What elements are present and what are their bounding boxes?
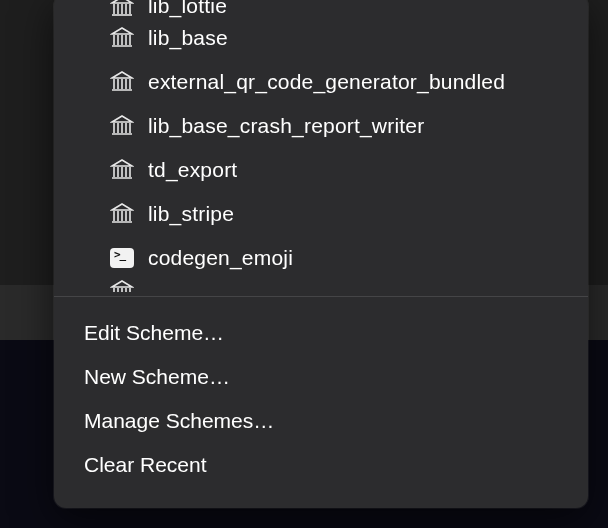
library-icon bbox=[110, 203, 134, 225]
scheme-item[interactable]: td_export bbox=[54, 148, 588, 192]
divider bbox=[54, 296, 588, 297]
scheme-item[interactable]: external_qr_code_generator_bundled bbox=[54, 60, 588, 104]
action-label: Edit Scheme… bbox=[84, 321, 224, 345]
scheme-list: lib_lottie lib_base external_qr_code_gen… bbox=[54, 0, 588, 292]
library-icon bbox=[110, 115, 134, 137]
terminal-icon bbox=[110, 247, 134, 269]
scheme-label: td_export bbox=[148, 158, 237, 182]
action-label: Manage Schemes… bbox=[84, 409, 274, 433]
scheme-label: lib_base bbox=[148, 26, 228, 50]
scheme-label: external_qr_code_generator_bundled bbox=[148, 70, 505, 94]
library-icon bbox=[110, 0, 134, 18]
action-label: New Scheme… bbox=[84, 365, 230, 389]
scheme-actions: Edit Scheme… New Scheme… Manage Schemes…… bbox=[54, 301, 588, 501]
scheme-item[interactable]: codegen_emoji bbox=[54, 236, 588, 280]
scheme-item[interactable]: lib_base bbox=[54, 16, 588, 60]
scheme-label: lib_stripe bbox=[148, 202, 234, 226]
library-icon bbox=[110, 71, 134, 93]
clear-recent-button[interactable]: Clear Recent bbox=[54, 443, 588, 487]
library-icon bbox=[110, 280, 134, 292]
library-icon bbox=[110, 27, 134, 49]
scheme-label: lib_base_crash_report_writer bbox=[148, 114, 424, 138]
scheme-popover: lib_lottie lib_base external_qr_code_gen… bbox=[54, 0, 588, 508]
scheme-item[interactable]: lib_base_crash_report_writer bbox=[54, 104, 588, 148]
scheme-label: codegen_emoji bbox=[148, 246, 293, 270]
edit-scheme-button[interactable]: Edit Scheme… bbox=[54, 311, 588, 355]
scheme-item[interactable] bbox=[54, 280, 588, 292]
scheme-item[interactable]: lib_lottie bbox=[54, 0, 588, 16]
library-icon bbox=[110, 159, 134, 181]
action-label: Clear Recent bbox=[84, 453, 207, 477]
scheme-label: lib_lottie bbox=[148, 0, 227, 18]
manage-schemes-button[interactable]: Manage Schemes… bbox=[54, 399, 588, 443]
new-scheme-button[interactable]: New Scheme… bbox=[54, 355, 588, 399]
scheme-item[interactable]: lib_stripe bbox=[54, 192, 588, 236]
